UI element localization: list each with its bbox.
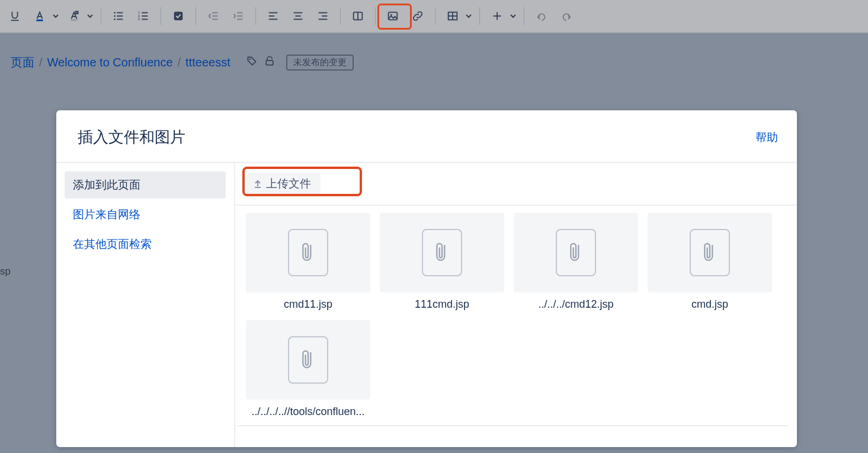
svg-point-6 [114, 12, 116, 14]
text-color-caret[interactable] [51, 5, 60, 27]
undo-button[interactable] [530, 5, 553, 27]
file-thumbnail [514, 213, 638, 292]
task-list-button[interactable] [167, 5, 190, 27]
svg-rect-29 [295, 15, 300, 17]
svg-rect-13 [142, 12, 148, 14]
breadcrumb-link[interactable]: Welcome to Confluence [47, 56, 173, 69]
page-text-fragment: sp [0, 266, 11, 277]
svg-rect-23 [237, 15, 242, 17]
insert-button[interactable] [486, 5, 508, 27]
file-item[interactable]: ../../../cmd12.jsp [514, 213, 638, 311]
breadcrumb-link[interactable]: ttteeesst [185, 56, 230, 69]
svg-rect-15 [142, 15, 148, 17]
modal-sidebar: 添加到此页面 图片来自网络 在其他页面检索 [56, 163, 234, 447]
svg-rect-27 [269, 19, 278, 20]
svg-rect-26 [269, 15, 274, 17]
svg-rect-11 [117, 19, 123, 20]
unpublished-badge: 未发布的变更 [286, 55, 354, 71]
underline-button[interactable] [4, 5, 26, 27]
svg-point-43 [249, 58, 251, 60]
bullet-list-button[interactable] [107, 5, 130, 27]
upload-file-button[interactable]: 上传文件 [247, 173, 321, 195]
upload-label: 上传文件 [266, 176, 311, 192]
svg-rect-33 [319, 19, 328, 20]
svg-point-10 [114, 18, 116, 20]
svg-rect-19 [212, 12, 217, 14]
file-item[interactable]: ../../../..//tools/confluen... [246, 320, 370, 418]
svg-rect-22 [237, 12, 242, 14]
sidebar-item-search[interactable]: 在其他页面检索 [65, 231, 226, 258]
svg-rect-28 [294, 12, 303, 14]
indent-button[interactable] [227, 5, 249, 27]
file-name: cmd.jsp [691, 298, 728, 311]
svg-text:3: 3 [138, 17, 140, 21]
svg-point-8 [114, 15, 116, 17]
svg-rect-32 [322, 15, 327, 17]
table-caret[interactable] [464, 5, 473, 27]
highlight-button[interactable]: □ [63, 5, 85, 27]
breadcrumb-link[interactable]: 页面 [11, 55, 34, 71]
file-grid: cmd11.jsp 111cmd.jsp ../../../cmd12.jsp [238, 206, 789, 426]
file-item[interactable]: cmd.jsp [648, 213, 772, 311]
svg-rect-4 [71, 20, 78, 21]
svg-rect-21 [212, 19, 217, 20]
align-left-button[interactable] [262, 5, 284, 27]
svg-rect-9 [117, 15, 123, 17]
file-thumbnail [246, 320, 370, 400]
insert-file-modal: 插入文件和图片 帮助 添加到此页面 图片来自网络 在其他页面检索 上传文件 [56, 110, 797, 447]
svg-rect-24 [237, 19, 242, 20]
file-item[interactable]: 111cmd.jsp [380, 213, 504, 311]
align-center-button[interactable] [287, 5, 309, 27]
file-thumbnail [648, 213, 772, 292]
svg-rect-18 [174, 12, 183, 21]
svg-rect-7 [117, 12, 123, 14]
outdent-button[interactable] [202, 5, 225, 27]
svg-rect-44 [266, 60, 273, 65]
layout-button[interactable] [347, 5, 369, 27]
svg-rect-31 [319, 12, 328, 14]
tag-icon[interactable] [246, 55, 258, 70]
svg-rect-30 [294, 19, 303, 20]
image-button-highlight [377, 4, 412, 30]
text-color-button[interactable] [28, 5, 51, 27]
svg-rect-25 [269, 12, 278, 14]
editor-toolbar: □ 123 [0, 0, 868, 33]
file-item[interactable]: cmd11.jsp [246, 213, 370, 311]
svg-rect-17 [142, 19, 148, 20]
file-name: cmd11.jsp [284, 298, 332, 311]
svg-rect-20 [212, 15, 217, 17]
sidebar-item-attach[interactable]: 添加到此页面 [65, 171, 226, 199]
file-name: 111cmd.jsp [415, 298, 469, 311]
file-name: ../../../..//tools/confluen... [251, 406, 364, 418]
lock-icon[interactable] [264, 55, 276, 70]
highlight-caret[interactable] [85, 5, 95, 27]
insert-caret[interactable] [508, 5, 518, 27]
sidebar-item-weburl[interactable]: 图片来自网络 [65, 201, 226, 228]
table-button[interactable] [441, 5, 464, 27]
modal-title: 插入文件和图片 [78, 127, 185, 148]
svg-text:□: □ [76, 10, 78, 14]
file-thumbnail [380, 213, 504, 292]
file-name: ../../../cmd12.jsp [538, 298, 613, 311]
file-thumbnail [246, 213, 370, 292]
help-link[interactable]: 帮助 [755, 130, 778, 145]
align-right-button[interactable] [312, 5, 334, 27]
breadcrumb: 页面 / Welcome to Confluence / ttteeesst 未… [0, 33, 868, 71]
number-list-button[interactable]: 123 [132, 5, 155, 27]
redo-button[interactable] [555, 5, 578, 27]
